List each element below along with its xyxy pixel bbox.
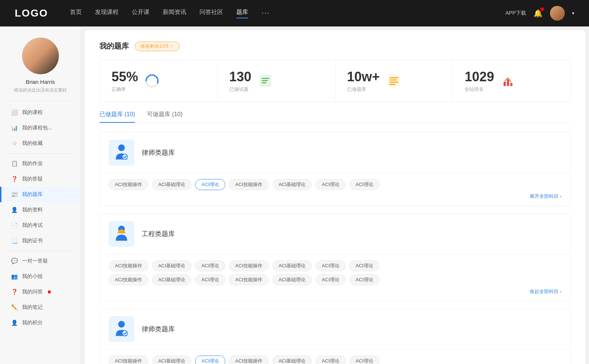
tag-eng-10[interactable]: ACI理论 [195, 274, 225, 285]
tag-lawyer1-4[interactable]: ACI技能操作 [229, 179, 269, 190]
chevron-down-icon[interactable]: ▾ [572, 11, 574, 16]
stat-banks-value: 10w+ [347, 69, 380, 85]
tag-eng-3[interactable]: ACI理论 [195, 260, 225, 271]
course-package-icon: 📊 [11, 125, 18, 131]
tag-eng-6[interactable]: ACI理论 [315, 260, 346, 271]
done-banks-icon [386, 73, 402, 89]
svg-rect-17 [117, 232, 126, 233]
tag-eng-5[interactable]: ACI基础理论 [272, 260, 312, 271]
notification-badge [540, 7, 544, 11]
expand-engineer[interactable]: 收起全部科目 › [109, 288, 561, 295]
sidebar-item-homework[interactable]: 📋 我的作业 [0, 156, 81, 171]
stat-rank-label: 全站排名 [465, 86, 494, 93]
svg-rect-9 [389, 82, 398, 83]
certificate-icon: 📃 [11, 238, 18, 244]
sidebar-item-group[interactable]: 👥 我的小组 [0, 269, 81, 284]
sidebar-item-label: 我的资料 [22, 207, 43, 213]
tag-eng-14[interactable]: ACI理论 [349, 274, 380, 285]
tag-lawyer2-7[interactable]: ACI理论 [349, 356, 380, 364]
tag-lawyer1-6[interactable]: ACI理论 [315, 179, 346, 190]
svg-rect-6 [388, 75, 400, 87]
nav-qa[interactable]: 问答社区 [200, 8, 223, 18]
qbank-body-lawyer-1: ACI技能操作 ACI基础理论 ACI理论 ACI技能操作 ACI基础理论 AC… [100, 173, 570, 206]
tag-lawyer1-1[interactable]: ACI技能操作 [109, 179, 148, 190]
sidebar-divider-top [7, 101, 73, 101]
stat-done-value: 130 [229, 69, 251, 85]
sidebar-item-qbank[interactable]: 📰 我的题库 [0, 187, 81, 202]
tag-eng-13[interactable]: ACI理论 [315, 274, 346, 285]
qbank-title-engineer: 工程类题库 [142, 229, 175, 238]
sidebar-item-course-package[interactable]: 📊 我的课程包... [0, 120, 81, 136]
app-download-btn[interactable]: APP下载 [505, 10, 526, 17]
tag-lawyer1-7[interactable]: ACI理论 [349, 179, 380, 190]
qbank-card-lawyer-2: 律师类题库 ACI技能操作 ACI基础理论 ACI理论 ACI技能操作 ACI基… [99, 308, 571, 364]
points-icon: 👤 [11, 320, 18, 326]
nav-discover[interactable]: 发现课程 [95, 8, 119, 18]
chat-icon: 💬 [11, 258, 18, 264]
tag-lawyer2-4[interactable]: ACI技能操作 [229, 356, 269, 364]
notes-icon: ✏️ [11, 304, 18, 311]
sidebar-item-1on1[interactable]: 💬 一对一答疑 [0, 253, 81, 269]
sidebar-item-my-courses[interactable]: ⬜ 我的课程 [0, 105, 81, 120]
tag-lawyer2-1[interactable]: ACI技能操作 [109, 356, 148, 364]
sidebar-item-label: 我的积分 [22, 320, 43, 326]
stat-accuracy-value: 55% [112, 69, 138, 85]
page-header: 我的题库 体验剩余23天！ [99, 41, 571, 51]
stat-accuracy-label: 正确率 [112, 86, 138, 93]
tag-lawyer2-3[interactable]: ACI理论 [195, 356, 225, 364]
qbank-icon: 📰 [11, 191, 18, 198]
sidebar-item-notes[interactable]: ✏️ 我的笔记 [0, 300, 81, 315]
qbank-tags-lawyer-1: ACI技能操作 ACI基础理论 ACI理论 ACI技能操作 ACI基础理论 AC… [109, 179, 561, 190]
tag-lawyer1-2[interactable]: ACI基础理论 [152, 179, 192, 190]
svg-rect-7 [389, 77, 398, 78]
nav-open-course[interactable]: 公开课 [132, 8, 149, 18]
nav-news[interactable]: 新闻资讯 [163, 8, 186, 18]
sidebar-item-exam[interactable]: 📄 我的考试 [0, 218, 81, 233]
main-layout: Brian Harris 错误的决定比没有决定要好 ⬜ 我的课程 📊 我的课程包… [0, 26, 589, 364]
nav-more[interactable]: ··· [261, 8, 270, 18]
tab-available-banks[interactable]: 可做题库 (10) [147, 111, 183, 123]
tag-lawyer2-5[interactable]: ACI基础理论 [272, 356, 312, 364]
tag-eng-11[interactable]: ACI技能操作 [229, 274, 269, 285]
lawyer2-svg [112, 320, 131, 338]
qbank-tags-lawyer-2: ACI技能操作 ACI基础理论 ACI理论 ACI技能操作 ACI基础理论 AC… [109, 356, 561, 364]
sidebar-divider-2 [7, 251, 73, 251]
tag-eng-8[interactable]: ACI技能操作 [109, 274, 148, 285]
sidebar-item-questions[interactable]: ❓ 我的问答 [0, 284, 81, 300]
tag-eng-2[interactable]: ACI基础理论 [152, 260, 192, 271]
tag-lawyer1-5[interactable]: ACI基础理论 [272, 179, 312, 190]
stat-done-text: 130 已做试题 [229, 69, 251, 93]
tag-eng-4[interactable]: ACI技能操作 [229, 260, 269, 271]
accuracy-chart-icon [144, 73, 160, 89]
sidebar-item-label: 我的课程包... [22, 125, 52, 131]
sidebar-item-certificate[interactable]: 📃 我的证书 [0, 233, 81, 249]
avatar-image [550, 6, 565, 21]
sidebar-item-materials[interactable]: 👤 我的资料 [0, 202, 81, 218]
sidebar-item-qa[interactable]: ❓ 我的答疑 [0, 171, 81, 187]
tabs-row: 已做题库 (10) 可做题库 (10) [99, 111, 571, 123]
tag-eng-9[interactable]: ACI基础理论 [152, 274, 192, 285]
tag-lawyer2-2[interactable]: ACI基础理论 [152, 356, 192, 364]
profile-name: Brian Harris [26, 79, 55, 85]
sidebar-item-points[interactable]: 👤 我的积分 [0, 315, 81, 331]
tag-eng-12[interactable]: ACI基础理论 [272, 274, 312, 285]
sidebar-item-favorites[interactable]: ☆ 我的收藏 [0, 136, 81, 151]
svg-point-18 [118, 321, 125, 328]
notification-bell[interactable]: 🔔 [533, 9, 543, 18]
qbank-card-lawyer-1: 律师类题库 ACI技能操作 ACI基础理论 ACI理论 ACI技能操作 ACI基… [99, 132, 571, 206]
tag-eng-1[interactable]: ACI技能操作 [109, 260, 148, 271]
tab-done-banks[interactable]: 已做题库 (10) [99, 111, 135, 123]
svg-rect-4 [262, 80, 268, 81]
tag-eng-7[interactable]: ACI理论 [349, 260, 380, 271]
nav-qbank[interactable]: 题库 [236, 8, 248, 18]
sidebar-menu: ⬜ 我的课程 📊 我的课程包... ☆ 我的收藏 📋 我的作业 ❓ 我的答疑 [0, 105, 81, 331]
lawyer-svg [112, 143, 131, 162]
qbank-tags-engineer-row1: ACI技能操作 ACI基础理论 ACI理论 ACI技能操作 ACI基础理论 AC… [109, 260, 561, 271]
tag-lawyer2-6[interactable]: ACI理论 [315, 356, 346, 364]
qbank-body-lawyer-2: ACI技能操作 ACI基础理论 ACI理论 ACI技能操作 ACI基础理论 AC… [100, 350, 570, 364]
avatar[interactable] [550, 6, 565, 21]
expand-lawyer-1[interactable]: 展开全部科目 › [109, 193, 561, 200]
nav-home[interactable]: 首页 [70, 8, 82, 18]
tag-lawyer1-3[interactable]: ACI理论 [195, 179, 225, 190]
question-icon: ❓ [11, 289, 18, 295]
